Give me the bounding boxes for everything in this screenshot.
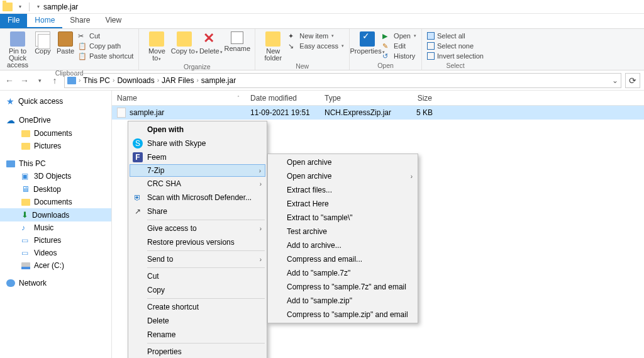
tab-view[interactable]: View [97,14,129,28]
paste-button[interactable]: Paste [54,30,77,55]
chevron-right-icon: › [259,167,261,174]
refresh-button[interactable]: ⟳ [625,73,640,88]
ctx-share[interactable]: ↗Share [130,204,265,218]
sub-compress-7z-email[interactable]: Compress to "sample.7z" and email [269,280,416,294]
download-icon: ⬇ [21,210,28,220]
cut-button[interactable]: ✂Cut [77,31,135,40]
breadcrumb-thispc[interactable]: This PC [83,76,110,85]
star-icon: ★ [6,96,14,106]
breadcrumb-downloads[interactable]: Downloads [117,76,154,85]
breadcrumb-file[interactable]: sample.jar [201,76,236,85]
delete-button[interactable]: ✕ Delete▾ [198,30,223,55]
easy-access-button[interactable]: ↘Easy access▾ [287,42,345,50]
chevron-right-icon[interactable]: › [157,77,159,84]
nav-back-button[interactable]: ← [4,76,15,86]
tab-share[interactable]: Share [62,14,97,28]
address-bar: ← → ▾ ↑ › This PC › Downloads › JAR File… [0,70,644,91]
ctx-share-skype[interactable]: SShare with Skype [130,137,265,150]
sub-test-archive[interactable]: Test archive [269,225,416,238]
sidebar-music[interactable]: ♪Music [0,221,111,234]
ctx-give-access[interactable]: Give access to› [130,221,265,235]
sub-add-7z[interactable]: Add to "sample.7z" [269,266,416,280]
documents-icon [21,199,30,206]
invert-selection-button[interactable]: Invert selection [426,52,485,60]
column-size[interactable]: Size [400,94,438,103]
sidebar-downloads[interactable]: ⬇Downloads [0,208,111,221]
sub-extract-files[interactable]: Extract files... [269,183,416,197]
sidebar-quick-access[interactable]: ★Quick access [0,94,111,108]
chevron-right-icon[interactable]: › [196,77,198,84]
ribbon-tabs: File Home Share View [0,14,644,29]
newitem-icon: ✦ [288,31,297,40]
ctx-open-with[interactable]: Open with [130,123,265,137]
file-row[interactable]: sample.jar 11-09-2021 19:51 NCH.ExpressZ… [112,106,644,120]
sidebar-network[interactable]: Network [0,277,111,289]
pin-quick-access-button[interactable]: Pin to Quick access [4,30,31,69]
copy-to-button[interactable]: Copy to▾ [170,30,198,55]
ctx-defender[interactable]: ⛨Scan with Microsoft Defender... [130,191,265,204]
sub-compress-email[interactable]: Compress and email... [269,252,416,266]
new-folder-button[interactable]: New folder [259,30,287,62]
breadcrumb[interactable]: › This PC › Downloads › JAR Files › samp… [64,73,621,88]
sub-compress-zip-email[interactable]: Compress to "sample.zip" and email [269,308,416,322]
chevron-right-icon[interactable]: › [113,77,114,84]
sub-add-archive[interactable]: Add to archive... [269,238,416,252]
sidebar-onedrive[interactable]: ☁OneDrive [0,113,111,127]
chevron-right-icon[interactable]: › [79,77,80,84]
nav-recent-button[interactable]: ▾ [34,77,45,84]
ctx-feem[interactable]: FFeem [130,150,265,164]
ctx-rename[interactable]: Rename [130,328,265,342]
ctx-crc-sha[interactable]: CRC SHA› [130,177,265,191]
overflow-icon[interactable]: ▾ [37,4,40,9]
address-dropdown-icon[interactable]: ⌄ [612,76,618,85]
column-date[interactable]: Date modified [245,94,319,103]
sub-extract-sample[interactable]: Extract to "sample\" [269,211,416,225]
qatoolbar-down-icon[interactable]: ▾ [19,4,21,9]
nav-up-button[interactable]: ↑ [49,76,60,86]
sub-add-zip[interactable]: Add to "sample.zip" [269,294,416,308]
ctx-copy[interactable]: Copy [130,283,265,297]
new-item-button[interactable]: ✦New item▾ [287,31,345,40]
sub-open-archive[interactable]: Open archive [269,155,416,169]
ctx-send-to[interactable]: Send to› [130,252,265,266]
column-type[interactable]: Type [319,94,400,103]
copy-button[interactable]: Copy [31,30,54,55]
ctx-create-shortcut[interactable]: Create shortcut [130,300,265,314]
sidebar-videos[interactable]: ▭Videos [0,247,111,259]
sidebar-onedrive-documents[interactable]: Documents [0,127,111,140]
sidebar-documents[interactable]: Documents [0,196,111,208]
separator [147,343,265,344]
sidebar-pictures[interactable]: ▭Pictures [0,234,111,247]
paste-shortcut-button[interactable]: 📋Paste shortcut [77,52,135,60]
column-name[interactable]: Name˄ [112,94,245,103]
sidebar-thispc[interactable]: This PC [0,157,111,170]
ctx-7zip[interactable]: 7-Zip› [130,164,265,177]
sub-extract-here[interactable]: Extract Here [269,197,416,211]
open-button[interactable]: ▶Open▾ [381,31,418,40]
history-button[interactable]: ↺History [381,52,418,60]
ctx-properties[interactable]: Properties [130,345,265,358]
sidebar-onedrive-pictures[interactable]: Pictures [0,140,111,152]
sidebar-acer-c[interactable]: Acer (C:) [0,259,111,272]
rename-button[interactable]: Rename [223,30,251,52]
ctx-restore[interactable]: Restore previous versions [130,235,265,249]
chevron-right-icon: › [260,181,262,187]
sidebar-3dobjects[interactable]: ▣3D Objects [0,170,111,182]
ctx-cut[interactable]: Cut [130,269,265,283]
edit-button[interactable]: ✎Edit [381,42,418,50]
nav-forward-button[interactable]: → [19,76,30,86]
select-all-button[interactable]: Select all [426,31,485,40]
sub-open-archive-arrow[interactable]: Open archive› [269,169,416,183]
tab-file[interactable]: File [0,14,27,28]
tab-home[interactable]: Home [27,14,62,28]
select-none-button[interactable]: Select none [426,42,485,50]
ctx-delete[interactable]: Delete [130,314,265,328]
invert-icon [427,52,435,60]
breadcrumb-jarfiles[interactable]: JAR Files [162,76,194,85]
properties-button[interactable]: Properties▾ [353,30,381,55]
copy-path-button[interactable]: 📋Copy path [77,42,135,50]
pin-icon [10,31,25,47]
move-to-button[interactable]: Move to▾ [143,30,170,62]
sidebar-desktop[interactable]: 🖥Desktop [0,182,111,196]
file-icon [117,108,126,118]
